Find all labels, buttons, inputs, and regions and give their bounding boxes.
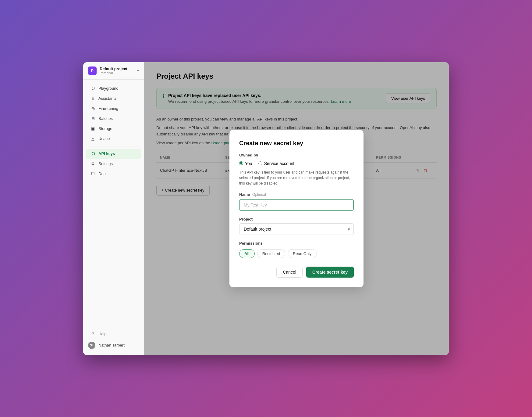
assistants-icon: ☺ <box>90 96 95 101</box>
project-select-wrapper: Default project ▾ <box>239 223 354 235</box>
project-avatar: P <box>88 67 97 75</box>
avatar: NT <box>88 342 95 349</box>
sidebar-item-label: Settings <box>98 161 113 166</box>
owner-description: This API key is tied to your user and ca… <box>239 170 354 186</box>
permission-all-button[interactable]: All <box>239 249 255 258</box>
sidebar-item-settings[interactable]: ⚙ Settings <box>86 159 141 169</box>
sidebar-item-label: Fine-tuning <box>98 106 118 111</box>
owner-radio-group: You Service account <box>239 161 354 166</box>
sidebar-item-docs[interactable]: ☐ Docs <box>86 169 141 179</box>
key-name-input[interactable] <box>239 199 354 211</box>
fine-tuning-icon: ◎ <box>90 106 95 111</box>
project-selector[interactable]: P Default project Personal ▾ <box>83 62 144 80</box>
project-type: Personal <box>100 71 137 75</box>
sidebar-item-assistants[interactable]: ☺ Assistants <box>86 94 141 103</box>
storage-icon: ▣ <box>90 126 95 131</box>
sidebar-user[interactable]: NT Nathan Tarbert <box>83 339 144 351</box>
playground-icon: ⬡ <box>90 86 95 91</box>
owner-radio-service[interactable] <box>258 161 262 165</box>
sidebar-nav: ⬡ Playground ☺ Assistants ◎ Fine-tuning … <box>83 80 144 325</box>
owner-option-service[interactable]: Service account <box>258 161 295 166</box>
cancel-button[interactable]: Cancel <box>276 267 303 278</box>
api-keys-icon: ⬡ <box>90 151 95 156</box>
sidebar: P Default project Personal ▾ ⬡ Playgroun… <box>83 62 144 355</box>
modal-overlay: Create new secret key Owned by You Servi… <box>144 62 449 355</box>
chevron-down-icon: ▾ <box>137 69 139 73</box>
sidebar-item-fine-tuning[interactable]: ◎ Fine-tuning <box>86 104 141 113</box>
modal-title: Create new secret key <box>239 140 354 147</box>
sidebar-item-label: Assistants <box>98 96 116 101</box>
batches-icon: ⊞ <box>90 116 95 121</box>
usage-icon: △ <box>90 136 95 141</box>
permissions-label: Permissions <box>239 241 354 246</box>
create-secret-key-button[interactable]: Create secret key <box>306 267 354 278</box>
name-optional: Optional <box>252 192 266 197</box>
help-label: Help <box>98 332 107 336</box>
project-name: Default project <box>100 67 137 71</box>
docs-icon: ☐ <box>90 171 95 176</box>
sidebar-item-label: Playground <box>98 86 119 91</box>
sidebar-item-api-keys[interactable]: ⬡ API keys <box>86 149 141 159</box>
owned-by-label: Owned by <box>239 153 354 157</box>
sidebar-item-storage[interactable]: ▣ Storage <box>86 124 141 134</box>
sidebar-item-label: API keys <box>98 151 115 156</box>
create-secret-key-modal: Create new secret key Owned by You Servi… <box>229 130 364 287</box>
sidebar-item-usage[interactable]: △ Usage <box>86 134 141 144</box>
project-select[interactable]: Default project <box>239 223 354 235</box>
sidebar-item-help[interactable]: ? Help <box>86 329 141 339</box>
sidebar-bottom: ? Help NT Nathan Tarbert <box>83 325 144 355</box>
project-label: Project <box>239 217 354 221</box>
permission-read-only-button[interactable]: Read Only <box>288 249 317 258</box>
main-content: Project API keys ℹ Project API keys have… <box>144 62 449 355</box>
sidebar-item-playground[interactable]: ⬡ Playground <box>86 84 141 93</box>
sidebar-item-label: Batches <box>98 116 113 121</box>
user-name: Nathan Tarbert <box>98 343 125 347</box>
help-icon: ? <box>90 332 95 336</box>
permission-restricted-button[interactable]: Restricted <box>257 249 286 258</box>
owner-service-label: Service account <box>264 161 295 166</box>
owner-option-you[interactable]: You <box>239 161 252 166</box>
sidebar-item-label: Docs <box>98 171 108 176</box>
settings-icon: ⚙ <box>90 161 95 166</box>
owner-you-label: You <box>245 161 252 166</box>
owner-radio-you[interactable] <box>239 161 243 165</box>
sidebar-item-label: Storage <box>98 126 112 131</box>
sidebar-item-label: Usage <box>98 136 110 141</box>
permissions-button-group: All Restricted Read Only <box>239 249 354 258</box>
sidebar-item-batches[interactable]: ⊞ Batches <box>86 114 141 124</box>
modal-footer: Cancel Create secret key <box>239 267 354 278</box>
name-label: Name Optional <box>239 192 354 197</box>
